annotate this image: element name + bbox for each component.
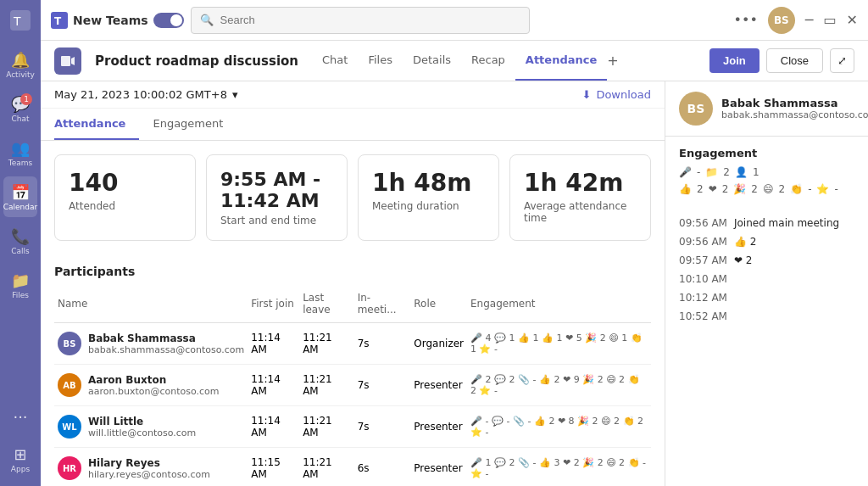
laugh-count: 2 [779, 183, 786, 195]
participant-name: Babak Shammassa [88, 332, 244, 344]
sidebar: T 🔔 Activity 💬 1 Chat 👥 Teams 📅 Calendar… [0, 0, 41, 486]
date-chevron-icon: ▾ [232, 88, 238, 101]
engagement-icons: 🎤 2 💬 2 📎 - 👍 2 ❤️ 9 🎉 2 😄 2 👏 2 ⭐ - [470, 374, 648, 396]
activity-icon: 🔔 [11, 51, 30, 69]
sub-tabs: Attendance Engagement [41, 109, 665, 141]
first-join: 11:14 AM [248, 406, 299, 448]
sidebar-item-calendar[interactable]: 📅 Calendar [3, 176, 37, 217]
teams-logo: T New Teams [51, 12, 184, 29]
participant-avatar: BS [58, 332, 81, 355]
sidebar-item-files[interactable]: 📁 Files [3, 265, 37, 305]
tab-recap[interactable]: Recap [461, 41, 515, 81]
restore-icon[interactable]: ▭ [823, 12, 836, 28]
timeline-time-5: 10:12 AM [679, 292, 727, 304]
participant-avatar: WL [58, 415, 81, 439]
main-content: T New Teams 🔍 ••• BS ─ ▭ ✕ P [41, 0, 868, 486]
content-area: May 21, 2023 10:00:02 GMT+8 ▾ ⬇ Download… [41, 81, 868, 486]
stats-row: 140 Attended 9:55 AM - 11:42 AM Start an… [41, 141, 665, 254]
tab-files[interactable]: Files [358, 41, 403, 81]
participant-email: aaron.buxton@contoso.com [88, 386, 220, 397]
timeline-item-1: 09:56 AM Joined main meeting [679, 217, 854, 229]
table-row[interactable]: BS Babak Shammassa babak.shammassa@conto… [54, 323, 651, 365]
svg-text:T: T [54, 15, 62, 27]
teams-logo-icon: T [51, 12, 68, 29]
date-info[interactable]: May 21, 2023 10:00:02 GMT+8 ▾ [54, 88, 237, 101]
sidebar-item-chat[interactable]: 💬 1 Chat [3, 88, 37, 129]
celebrate-count: 2 [751, 183, 758, 195]
star-icon: ⭐ [816, 183, 829, 195]
engagement-icons: 🎤 1 💬 2 📎 - 👍 3 ❤️ 2 🎉 2 😄 2 👏 - ⭐ - [470, 457, 648, 479]
meeting-tabs: Chat Files Details Recap Attendance + [312, 41, 619, 81]
search-input[interactable] [220, 14, 520, 26]
date-bar: May 21, 2023 10:00:02 GMT+8 ▾ ⬇ Download [41, 81, 665, 109]
join-button[interactable]: Join [709, 48, 760, 73]
apps-icon: ⊞ [14, 445, 26, 463]
sidebar-item-apps[interactable]: ⊞ Apps [3, 439, 37, 479]
meeting-header: Product roadmap discussion Chat Files De… [41, 41, 868, 81]
timeline-time-3: 09:57 AM [679, 254, 727, 266]
date-text: May 21, 2023 10:00:02 GMT+8 [54, 88, 227, 101]
meeting-title: Product roadmap discussion [95, 53, 298, 69]
sidebar-item-calls[interactable]: 📞 Calls [3, 221, 37, 261]
col-first-join: First join [248, 285, 299, 323]
heart-count: 2 [722, 183, 729, 195]
avg-number: 1h 42m [524, 169, 637, 197]
right-panel-email: babak.shammassa@contoso.com [721, 109, 868, 120]
search-bar[interactable]: 🔍 [191, 7, 530, 34]
tab-details[interactable]: Details [403, 41, 461, 81]
participants-table: Name First join Last leave In-meeti... R… [54, 285, 651, 486]
user-avatar[interactable]: BS [768, 7, 795, 34]
sub-tab-engagement[interactable]: Engagement [153, 109, 236, 140]
chat-badge: 1 [20, 93, 32, 105]
tab-attendance[interactable]: Attendance [515, 41, 607, 81]
svg-marker-5 [71, 57, 75, 65]
sidebar-item-teams[interactable]: 👥 Teams [3, 132, 37, 173]
minimize-icon[interactable]: ─ [805, 12, 814, 28]
add-tab-button[interactable]: + [607, 53, 618, 69]
sidebar-item-files-label: Files [12, 291, 29, 299]
sub-tab-attendance[interactable]: Attendance [54, 109, 139, 140]
folder-count: 2 [723, 166, 730, 178]
in-meeting: 7s [354, 323, 411, 365]
tab-chat[interactable]: Chat [312, 41, 358, 81]
new-teams-toggle[interactable] [153, 13, 184, 28]
clap-count: - [808, 183, 811, 195]
role: Presenter [410, 448, 467, 487]
close-window-icon[interactable]: ✕ [847, 12, 858, 28]
sidebar-item-calls-label: Calls [11, 247, 30, 255]
time-number: 9:55 AM - 11:42 AM [220, 169, 333, 211]
meeting-icon [54, 47, 81, 75]
participant-name: Will Little [88, 416, 196, 427]
sidebar-item-apps-label: Apps [11, 465, 30, 473]
in-meeting: 7s [354, 406, 411, 448]
sidebar-more-button[interactable]: ... [6, 397, 34, 428]
participant-name: Hilary Reyes [88, 457, 210, 469]
first-join: 11:14 AM [248, 365, 299, 406]
col-in-meeting: In-meeti... [354, 285, 411, 323]
right-panel: BS Babak Shammassa babak.shammassa@conto… [665, 81, 868, 486]
more-options-icon[interactable]: ••• [734, 12, 758, 28]
sidebar-item-chat-label: Chat [11, 115, 29, 123]
engagement-cell: 🎤 2 💬 2 📎 - 👍 2 ❤️ 9 🎉 2 😄 2 👏 2 ⭐ - [467, 365, 651, 406]
table-row[interactable]: AB Aaron Buxton aaron.buxton@contoso.com… [54, 365, 651, 406]
table-row[interactable]: HR Hilary Reyes hilary.reyes@contoso.com… [54, 448, 651, 487]
engagement-cell: 🎤 1 💬 2 📎 - 👍 3 ❤️ 2 🎉 2 😄 2 👏 - ⭐ - [467, 448, 651, 487]
thumbsup-count: 2 [697, 183, 704, 195]
close-button[interactable]: Close [766, 48, 823, 73]
timeline-section: 09:56 AM Joined main meeting 09:56 AM 👍 … [665, 210, 868, 486]
celebrate-icon: 🎉 [733, 183, 746, 195]
right-panel-header: BS Babak Shammassa babak.shammassa@conto… [665, 81, 868, 137]
sidebar-item-activity[interactable]: 🔔 Activity [3, 44, 37, 85]
download-button[interactable]: ⬇ Download [581, 88, 651, 101]
app-logo: T [7, 7, 34, 34]
table-row[interactable]: WL Will Little will.little@contoso.com 1… [54, 406, 651, 448]
sidebar-item-activity-label: Activity [6, 70, 35, 79]
engagement-icons-row: 🎤 - 📁 2 👤 1 [679, 166, 854, 178]
first-join: 11:15 AM [248, 448, 299, 487]
download-label: Download [596, 88, 651, 101]
participant-avatar: HR [58, 456, 81, 480]
expand-button[interactable]: ⤢ [830, 48, 854, 73]
avg-label: Average attendance time [524, 200, 637, 224]
teams-icon: 👥 [11, 139, 30, 157]
duration-label: Meeting duration [372, 200, 485, 212]
